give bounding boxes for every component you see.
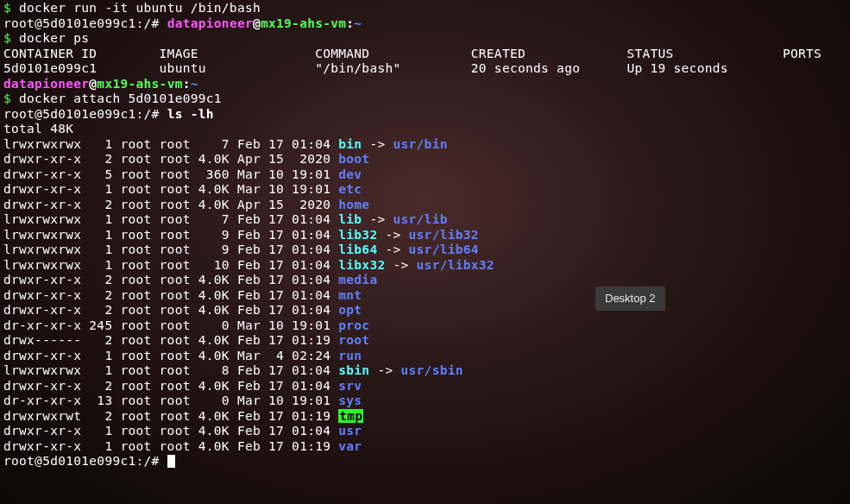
ls-meta: drwxr-xr-x 2 root root 4.0K Feb 17 01:04 — [3, 288, 338, 302]
ls-name: media — [338, 273, 377, 287]
ls-name: root — [338, 333, 369, 347]
root-prompt-cursor[interactable]: root@5d0101e099c1:/# — [3, 454, 850, 469]
ls-meta: drwx------ 2 root root 4.0K Feb 17 01:19 — [3, 333, 338, 347]
root-prompt-line-1: root@5d0101e099c1:/# datapioneer@mx19-ah… — [3, 16, 850, 32]
prompt-dollar: $ — [3, 1, 11, 15]
prompt-dollar: $ — [3, 91, 11, 105]
ls-name: etc — [338, 182, 362, 196]
prompt-host: mx19-ahs-vm — [97, 77, 182, 91]
ls-name: lib32 — [338, 228, 377, 242]
desktop-tooltip: Desktop 2 — [595, 287, 665, 311]
ps-row: 5d0101e099c1 ubuntu "/bin/bash" 20 secon… — [3, 61, 850, 77]
ls-cmd: ls -lh — [160, 107, 214, 121]
ls-entry: dr-xr-xr-x 245 root root 0 Mar 10 19:01 … — [3, 318, 850, 334]
ls-target: usr/bin — [394, 137, 448, 151]
ls-name: srv — [338, 379, 362, 393]
ls-entry: drwxr-xr-x 2 root root 4.0K Apr 15 2020 … — [3, 198, 850, 213]
ls-target: usr/lib — [394, 212, 448, 226]
ls-meta: drwxr-xr-x 1 root root 4.0K Feb 17 01:19 — [3, 439, 338, 453]
cmd-text: docker ps — [11, 31, 89, 45]
ls-meta: drwxr-xr-x 1 root root 4.0K Feb 17 01:04 — [3, 424, 338, 438]
terminal-output[interactable]: $ docker run -it ubuntu /bin/bashroot@5d… — [0, 0, 850, 470]
ls-name: usr — [338, 424, 362, 438]
ls-name: sys — [338, 394, 362, 407]
ls-entry: lrwxrwxrwx 1 root root 7 Feb 17 01:04 bi… — [3, 137, 850, 153]
ls-entry: drwxr-xr-x 2 root root 4.0K Feb 17 01:04… — [3, 379, 850, 394]
ls-name: sbin — [338, 363, 369, 377]
ls-name: opt — [338, 303, 362, 317]
ls-target: usr/lib32 — [409, 228, 479, 242]
cursor — [167, 455, 175, 468]
ls-meta: drwxr-xr-x 2 root root 4.0K Feb 17 01:04 — [3, 303, 338, 317]
ls-meta: drwxr-xr-x 2 root root 4.0K Apr 15 2020 — [3, 198, 338, 211]
ls-meta: drwxr-xr-x 1 root root 4.0K Mar 4 02:24 — [3, 349, 338, 362]
ls-entry: drwxr-xr-x 2 root root 4.0K Feb 17 01:04… — [3, 303, 850, 318]
ls-name: run — [338, 349, 362, 362]
cmd-line-2: $ docker ps — [3, 31, 850, 47]
ls-entry: lrwxrwxrwx 1 root root 10 Feb 17 01:04 l… — [3, 258, 850, 274]
ls-name: mnt — [338, 288, 362, 302]
ls-name: libx32 — [338, 258, 385, 272]
ls-entry: drwxr-xr-x 1 root root 4.0K Mar 4 02:24 … — [3, 349, 850, 364]
ls-meta: lrwxrwxrwx 1 root root 9 Feb 17 01:04 — [3, 243, 338, 256]
ls-target: usr/libx32 — [417, 258, 494, 272]
ls-entry: drwxr-xr-x 5 root root 360 Mar 10 19:01 … — [3, 167, 850, 183]
ls-meta: lrwxrwxrwx 1 root root 7 Feb 17 01:04 — [3, 137, 338, 151]
ls-total: total 48K — [3, 122, 850, 137]
ls-meta: lrwxrwxrwx 1 root root 10 Feb 17 01:04 — [3, 258, 338, 272]
ls-entry: dr-xr-xr-x 13 root root 0 Mar 10 19:01 s… — [3, 394, 850, 409]
prompt-line-2: datapioneer@mx19-ahs-vm:~ — [3, 77, 850, 92]
ls-entry: drwx------ 2 root root 4.0K Feb 17 01:19… — [3, 333, 850, 349]
prompt-at: @ — [89, 77, 97, 91]
ls-name: boot — [338, 152, 369, 166]
ls-name: lib64 — [338, 243, 377, 256]
ls-entry: drwxr-xr-x 2 root root 4.0K Feb 17 01:04… — [3, 273, 850, 288]
ls-entry: lrwxrwxrwx 1 root root 7 Feb 17 01:04 li… — [3, 212, 850, 228]
ls-meta: lrwxrwxrwx 1 root root 8 Feb 17 01:04 — [3, 363, 338, 377]
ls-meta: drwxr-xr-x 2 root root 4.0K Feb 17 01:04 — [3, 379, 338, 393]
ls-arrow: -> — [377, 243, 408, 256]
ls-arrow: -> — [362, 137, 393, 151]
ls-name: tmp — [338, 409, 363, 423]
prompt-host: mx19-ahs-vm — [261, 16, 346, 30]
cmd-text: docker attach 5d0101e099c1 — [11, 91, 222, 105]
ls-meta: lrwxrwxrwx 1 root root 9 Feb 17 01:04 — [3, 228, 338, 242]
prompt-colon: : — [183, 77, 191, 91]
ls-entry: drwxr-xr-x 2 root root 4.0K Apr 15 2020 … — [3, 152, 850, 167]
ls-target: usr/lib64 — [409, 243, 479, 256]
ls-target: usr/sbin — [401, 363, 463, 377]
ls-meta: drwxr-xr-x 1 root root 4.0K Mar 10 19:01 — [3, 182, 338, 196]
ls-meta: lrwxrwxrwx 1 root root 7 Feb 17 01:04 — [3, 212, 338, 226]
root-prompt: root@5d0101e099c1:/# — [3, 454, 160, 468]
ls-meta: drwxr-xr-x 5 root root 360 Mar 10 19:01 — [3, 167, 338, 181]
ls-arrow: -> — [377, 228, 408, 242]
prompt-at: @ — [253, 16, 261, 30]
ls-name: home — [338, 198, 369, 211]
ls-entry: drwxr-xr-x 1 root root 4.0K Feb 17 01:04… — [3, 424, 850, 439]
ls-entry: drwxr-xr-x 2 root root 4.0K Feb 17 01:04… — [3, 288, 850, 304]
ls-arrow: -> — [369, 363, 400, 377]
ls-name: bin — [338, 137, 362, 151]
prompt-dollar: $ — [3, 31, 11, 45]
ls-name: proc — [338, 318, 369, 332]
ps-header: CONTAINER ID IMAGE COMMAND CREATED STATU… — [3, 47, 850, 62]
ls-name: dev — [338, 167, 362, 181]
prompt-user: datapioneer — [167, 16, 253, 30]
ls-entry: lrwxrwxrwx 1 root root 8 Feb 17 01:04 sb… — [3, 363, 850, 379]
cmd-text: docker run -it ubuntu /bin/bash — [11, 1, 261, 15]
ls-meta: dr-xr-xr-x 13 root root 0 Mar 10 19:01 — [3, 394, 338, 407]
prompt-user: datapioneer — [3, 77, 89, 91]
ls-meta: drwxrwxrwt 2 root root 4.0K Feb 17 01:19 — [3, 409, 338, 423]
root-prompt: root@5d0101e099c1:/# — [3, 107, 160, 121]
ls-entry: drwxr-xr-x 1 root root 4.0K Feb 17 01:19… — [3, 439, 850, 455]
prompt-tilde: ~ — [191, 77, 198, 91]
cmd-line-3: $ docker attach 5d0101e099c1 — [3, 91, 850, 107]
ls-arrow: -> — [385, 258, 416, 272]
prompt-tilde: ~ — [354, 16, 362, 30]
ls-meta: drwxr-xr-x 2 root root 4.0K Apr 15 2020 — [3, 152, 338, 166]
ls-entry: drwxrwxrwt 2 root root 4.0K Feb 17 01:19… — [3, 409, 850, 425]
cmd-line-1: $ docker run -it ubuntu /bin/bash — [3, 1, 850, 16]
root-prompt-ls: root@5d0101e099c1:/# ls -lh — [3, 107, 850, 123]
ls-meta: dr-xr-xr-x 245 root root 0 Mar 10 19:01 — [3, 318, 338, 332]
ls-name: var — [338, 439, 362, 453]
